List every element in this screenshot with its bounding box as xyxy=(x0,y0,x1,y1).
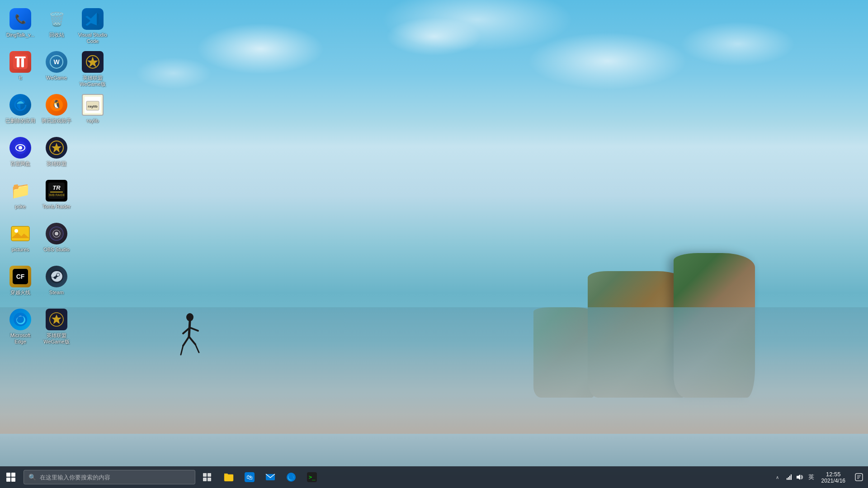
tray-icons xyxy=(783,466,806,488)
svg-line-2 xyxy=(183,337,189,346)
store-icon: 🛍 xyxy=(244,472,255,483)
explorer-icon xyxy=(223,472,234,483)
icon-edge-deleted[interactable]: 已删除的应用 xyxy=(2,90,38,133)
svg-line-7 xyxy=(190,328,198,331)
svg-line-5 xyxy=(195,344,199,352)
icon-wegame-hero2[interactable]: 英雄联盟WeGame版 xyxy=(38,305,75,348)
network-tray-icon[interactable] xyxy=(785,466,794,488)
icon-hero-league[interactable]: 英雄联盟 xyxy=(38,133,75,176)
svg-marker-18 xyxy=(87,56,98,67)
icon-poke-folder[interactable]: 📁 poke xyxy=(2,176,38,219)
steam-icon-img xyxy=(46,266,67,287)
svg-rect-48 xyxy=(203,473,207,477)
wegame-hero-icon-img xyxy=(82,51,104,73)
svg-rect-12 xyxy=(15,56,26,58)
svg-line-4 xyxy=(189,337,195,344)
search-input[interactable] xyxy=(40,474,166,481)
tomb-raider-label: Tomb Raider xyxy=(42,203,71,210)
taskbar-store[interactable]: 🛍 xyxy=(240,466,259,488)
svg-rect-63 xyxy=(791,474,792,480)
icon-pictures[interactable]: pictures xyxy=(2,219,38,262)
baidu-disk-label: 百度网盘 xyxy=(10,160,30,167)
task-view-icon xyxy=(203,473,212,482)
hero-league-icon-img xyxy=(46,137,67,159)
volume-tray-icon[interactable] xyxy=(795,466,804,488)
tt-icon-img xyxy=(9,51,31,73)
task-view-button[interactable] xyxy=(197,466,217,488)
taskbar-pinned-apps: 🛍 xyxy=(219,466,322,488)
ms-edge-label: Microsoft Edge xyxy=(5,332,36,345)
icon-tomb-raider[interactable]: TR TOMB RAIDER Tomb Raider xyxy=(38,176,75,219)
tencent-game-icon-img: 🐧 xyxy=(46,94,67,116)
start-button[interactable] xyxy=(0,466,22,488)
terminal-icon: >_ xyxy=(307,472,317,483)
svg-rect-61 xyxy=(788,477,789,480)
taskbar: 🔍 xyxy=(0,466,868,488)
dingtalk-icon-img: 📞 xyxy=(9,8,31,30)
svg-rect-13 xyxy=(17,58,19,67)
icon-steam[interactable]: Steam xyxy=(38,262,75,305)
svg-text:TOMB RAIDER: TOMB RAIDER xyxy=(48,193,65,197)
wegame-hero2-label: 英雄联盟WeGame版 xyxy=(43,332,69,345)
svg-point-0 xyxy=(186,313,193,321)
svg-rect-49 xyxy=(208,473,211,477)
tt-label: tt xyxy=(19,75,22,81)
svg-rect-51 xyxy=(208,478,211,481)
vscode-label: Visual Studio Code xyxy=(77,32,108,45)
mail-icon xyxy=(265,472,276,483)
icon-tencent-game[interactable]: 🐧 腾讯游戏助手 xyxy=(38,90,75,133)
svg-text:🛍: 🛍 xyxy=(246,474,253,481)
svg-point-25 xyxy=(19,146,22,150)
svg-text:CF: CF xyxy=(16,273,25,280)
icon-cf[interactable]: CF 穿越火线 xyxy=(2,262,38,305)
poke-folder-icon-img: 📁 xyxy=(9,180,31,202)
notification-icon xyxy=(855,473,863,481)
svg-point-39 xyxy=(55,232,58,235)
icon-recycle-bin[interactable]: 🗑️ 回收站 xyxy=(38,5,75,47)
icon-tt[interactable]: tt xyxy=(2,47,38,90)
baidu-disk-icon-img xyxy=(9,137,31,159)
windows-logo-icon xyxy=(6,473,15,482)
taskbar-terminal[interactable]: >_ xyxy=(302,466,322,488)
icon-dingtalk[interactable]: 📞 DingTalk_v... xyxy=(2,5,38,47)
wegame-hero2-icon-img xyxy=(46,309,67,330)
wegame-hero-label: 英雄联盟WeGame版 xyxy=(80,75,105,88)
vscode-icon-img xyxy=(82,8,104,30)
steam-label: Steam xyxy=(49,289,64,296)
search-bar[interactable]: 🔍 xyxy=(24,470,195,484)
language-indicator[interactable]: 英 xyxy=(806,466,817,488)
raylib-icon-img: raylib xyxy=(82,94,104,116)
taskbar-edge[interactable] xyxy=(281,466,301,488)
svg-marker-10 xyxy=(97,13,99,25)
obs-label: OBS Studio xyxy=(43,246,69,253)
svg-text:>_: >_ xyxy=(309,474,316,480)
cf-label: 穿越火线 xyxy=(10,289,30,296)
icon-wegame-hero[interactable]: 英雄联盟WeGame版 xyxy=(75,47,111,90)
icon-wegame[interactable]: W WeGame xyxy=(38,47,75,90)
pictures-label: pictures xyxy=(12,246,29,253)
beach-water xyxy=(0,307,868,434)
svg-text:W: W xyxy=(53,58,60,66)
system-clock[interactable]: 12:55 2021/4/16 xyxy=(817,466,850,488)
svg-rect-62 xyxy=(789,476,790,480)
obs-icon-img xyxy=(46,223,67,244)
icon-baidu-disk[interactable]: 百度网盘 xyxy=(2,133,38,176)
tray-chevron[interactable]: ∧ xyxy=(772,466,783,488)
poke-folder-label: poke xyxy=(15,203,26,210)
svg-point-57 xyxy=(287,473,296,482)
icon-raylib[interactable]: raylib raylib xyxy=(75,90,111,133)
notification-button[interactable] xyxy=(850,466,868,488)
edge-taskbar-icon xyxy=(286,472,297,483)
desktop-icons: 📞 DingTalk_v... 🗑️ 回收站 Visual Studio Cod xyxy=(0,0,127,371)
icon-ms-edge[interactable]: Microsoft Edge xyxy=(2,305,38,348)
icon-obs-studio[interactable]: OBS Studio xyxy=(38,219,75,262)
tomb-raider-icon-img: TR TOMB RAIDER xyxy=(46,180,67,202)
raylib-label: raylib xyxy=(87,117,99,124)
tencent-game-label: 腾讯游戏助手 xyxy=(42,117,71,124)
svg-text:TR: TR xyxy=(52,184,61,191)
taskbar-explorer[interactable] xyxy=(219,466,239,488)
desktop: 📞 DingTalk_v... 🗑️ 回收站 Visual Studio Cod xyxy=(0,0,868,488)
taskbar-mail[interactable] xyxy=(260,466,280,488)
icon-vscode[interactable]: Visual Studio Code xyxy=(75,5,111,47)
dingtalk-label: DingTalk_v... xyxy=(6,32,34,38)
